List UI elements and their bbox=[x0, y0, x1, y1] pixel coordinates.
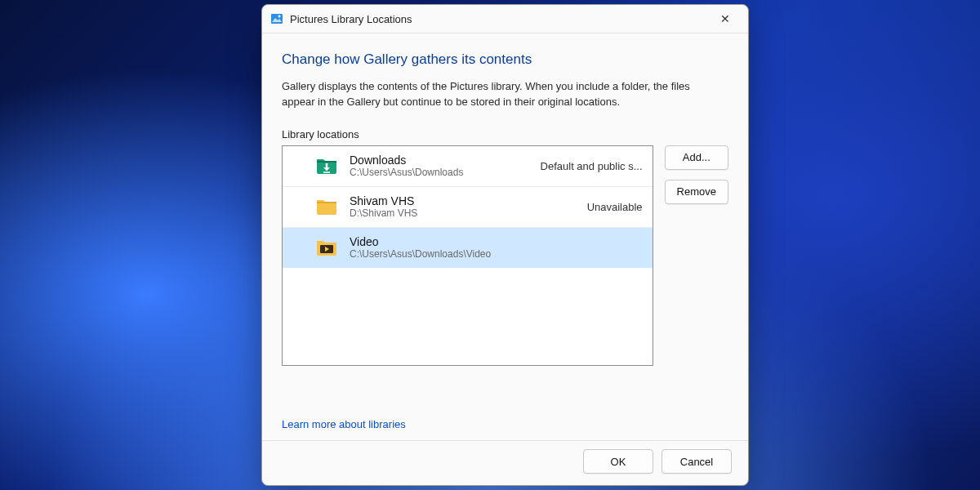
location-text: DownloadsC:\Users\Asus\Downloads bbox=[350, 154, 529, 178]
add-button[interactable]: Add... bbox=[665, 145, 728, 170]
location-name: Shivam VHS bbox=[350, 194, 576, 207]
locations-listbox[interactable]: DownloadsC:\Users\Asus\DownloadsDefault … bbox=[282, 145, 653, 366]
close-button[interactable]: ✕ bbox=[707, 7, 743, 31]
ok-button[interactable]: OK bbox=[583, 449, 653, 474]
side-buttons: Add... Remove bbox=[665, 145, 728, 407]
location-row[interactable]: Shivam VHSD:\Shivam VHSUnavailable bbox=[283, 186, 653, 227]
pictures-app-icon bbox=[270, 12, 283, 25]
svg-rect-0 bbox=[271, 14, 283, 24]
svg-rect-5 bbox=[323, 172, 330, 173]
locations-area: DownloadsC:\Users\Asus\DownloadsDefault … bbox=[282, 145, 728, 407]
downloads-folder-icon bbox=[315, 156, 338, 176]
location-text: Shivam VHSD:\Shivam VHS bbox=[350, 194, 576, 219]
pictures-library-dialog: Pictures Library Locations ✕ Change how … bbox=[261, 4, 749, 486]
location-path: C:\Users\Asus\Downloads bbox=[350, 167, 529, 178]
titlebar-title: Pictures Library Locations bbox=[290, 13, 707, 25]
desktop-wallpaper: Pictures Library Locations ✕ Change how … bbox=[0, 0, 980, 490]
dialog-heading: Change how Gallery gathers its contents bbox=[282, 51, 728, 68]
list-label: Library locations bbox=[282, 128, 728, 140]
close-icon: ✕ bbox=[720, 13, 730, 24]
location-text: VideoC:\Users\Asus\Downloads\Video bbox=[350, 235, 631, 260]
location-status: Unavailable bbox=[587, 201, 643, 213]
location-status: Default and public s... bbox=[541, 160, 643, 172]
location-path: C:\Users\Asus\Downloads\Video bbox=[350, 248, 631, 260]
titlebar: Pictures Library Locations ✕ bbox=[262, 5, 748, 33]
cancel-button[interactable]: Cancel bbox=[662, 449, 732, 474]
location-name: Downloads bbox=[350, 154, 529, 167]
svg-point-2 bbox=[278, 16, 281, 18]
dialog-body: Change how Gallery gathers its contents … bbox=[262, 33, 748, 440]
location-row[interactable]: VideoC:\Users\Asus\Downloads\Video bbox=[283, 227, 653, 268]
dialog-description: Gallery displays the contents of the Pic… bbox=[282, 79, 723, 110]
remove-button[interactable]: Remove bbox=[665, 180, 728, 204]
folder-icon bbox=[315, 197, 338, 216]
location-row[interactable]: DownloadsC:\Users\Asus\DownloadsDefault … bbox=[283, 146, 653, 186]
dialog-footer: OK Cancel bbox=[262, 440, 748, 485]
learn-more-link[interactable]: Learn more about libraries bbox=[282, 418, 728, 430]
location-path: D:\Shivam VHS bbox=[350, 207, 576, 219]
location-name: Video bbox=[350, 235, 631, 248]
video-folder-icon bbox=[315, 238, 338, 257]
